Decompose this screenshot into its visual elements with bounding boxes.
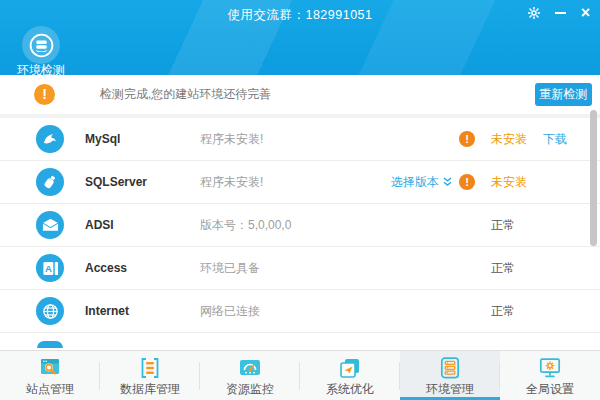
- check-row-adsi[interactable]: ADSI 版本号：5,0,00,0 正常: [0, 204, 600, 247]
- globe-icon: [36, 297, 64, 325]
- svg-text:A: A: [44, 263, 51, 274]
- tab-resource-monitor[interactable]: 资源监控: [200, 351, 300, 400]
- notice-bar: ! 检测完成,您的建站环境还待完善 重新检测: [0, 75, 600, 114]
- environment-check-list: MySql 程序未安装! ! 未安装 下载 SQLServer 程序未安装! 选…: [0, 118, 600, 348]
- next-row-icon-partial: [37, 341, 63, 348]
- mysql-dolphin-icon: [36, 125, 64, 153]
- tab-environment-management[interactable]: 环境管理: [400, 351, 500, 400]
- version-select[interactable]: 选择版本: [391, 161, 452, 203]
- tab-label: 全局设置: [526, 381, 574, 398]
- bottom-nav: 站点管理 数据库管理: [0, 350, 600, 400]
- tab-label: 数据库管理: [120, 381, 180, 398]
- double-chevron-down-icon: [443, 177, 452, 187]
- scrollbar[interactable]: [590, 110, 597, 246]
- tab-label: 环境管理: [426, 381, 474, 398]
- minimize-icon: [555, 12, 566, 14]
- download-link[interactable]: 下载: [543, 118, 567, 160]
- tab-label: 系统优化: [326, 381, 374, 398]
- global-settings-icon: [538, 356, 562, 379]
- module-badge: [22, 26, 60, 64]
- status-badge: 正常: [491, 290, 515, 332]
- check-row-sqlserver[interactable]: SQLServer 程序未安装! 选择版本 ! 未安装: [0, 161, 600, 204]
- tab-system-optimization[interactable]: 系统优化: [300, 351, 400, 400]
- notice-message: 检测完成,您的建站环境还待完善: [100, 75, 271, 114]
- check-row-internet[interactable]: Internet 网络已连接 正常: [0, 290, 600, 333]
- check-name: Access: [85, 247, 127, 289]
- check-name: Internet: [85, 290, 129, 332]
- status-badge: 正常: [491, 247, 515, 289]
- status-warning-icon: !: [459, 131, 475, 147]
- system-optimization-icon: [338, 356, 362, 379]
- close-button[interactable]: ×: [581, 6, 590, 20]
- check-status-text: 程序未安装!: [200, 118, 263, 160]
- window-controls: ×: [528, 5, 590, 21]
- recheck-button[interactable]: 重新检测: [535, 83, 592, 106]
- tab-database-management[interactable]: 数据库管理: [100, 351, 200, 400]
- tab-label: 资源监控: [226, 381, 274, 398]
- status-badge: 正常: [491, 204, 515, 246]
- check-name: SQLServer: [85, 161, 147, 203]
- tab-label: 站点管理: [26, 381, 74, 398]
- app-window: 使用交流群：182991051 ×: [0, 0, 600, 400]
- status-badge: 未安装: [491, 118, 527, 160]
- check-status-text: 环境已具备: [200, 247, 260, 289]
- header: 使用交流群：182991051 ×: [0, 0, 600, 75]
- site-management-icon: [38, 356, 62, 379]
- check-name: ADSI: [85, 204, 114, 246]
- check-row-partial: [0, 333, 600, 348]
- status-badge: 未安装: [491, 161, 527, 203]
- tab-site-management[interactable]: 站点管理: [0, 351, 100, 400]
- check-row-access[interactable]: A Access 环境已具备 正常: [0, 247, 600, 290]
- settings-gear-icon[interactable]: [528, 7, 540, 19]
- access-letter-icon: A: [36, 254, 64, 282]
- adsi-envelope-icon: [36, 211, 64, 239]
- database-management-icon: [138, 356, 162, 379]
- check-name: MySql: [85, 118, 120, 160]
- check-status-text: 程序未安装!: [200, 161, 263, 203]
- server-hand-icon: [28, 32, 55, 59]
- check-row-mysql[interactable]: MySql 程序未安装! ! 未安装 下载: [0, 118, 600, 161]
- minimize-button[interactable]: [555, 12, 566, 14]
- resource-monitor-icon: [238, 356, 262, 379]
- sqlserver-flask-icon: [36, 168, 64, 196]
- tab-global-settings[interactable]: 全局设置: [500, 351, 600, 400]
- check-status-text: 网络已连接: [200, 290, 260, 332]
- environment-management-icon: [438, 356, 462, 379]
- titlebar-title: 使用交流群：182991051: [0, 7, 600, 24]
- check-status-text: 版本号：5,0,00,0: [200, 204, 291, 246]
- warning-exclamation-icon: !: [34, 84, 55, 105]
- status-warning-icon: !: [459, 174, 475, 190]
- version-select-label: 选择版本: [391, 174, 439, 191]
